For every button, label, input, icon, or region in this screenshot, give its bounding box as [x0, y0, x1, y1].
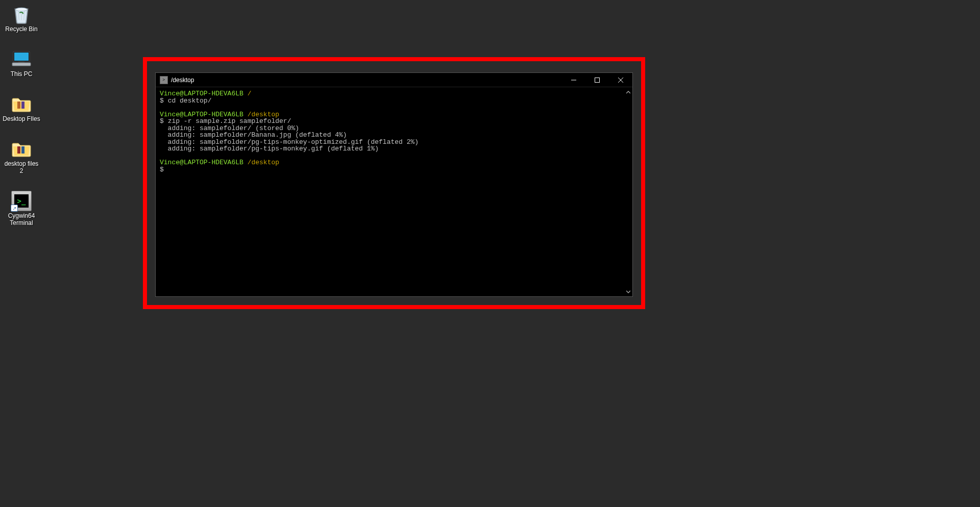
- svg-rect-9: [17, 146, 20, 154]
- shortcut-overlay-icon: ↗: [11, 205, 18, 212]
- prompt-path: /desktop: [248, 159, 279, 166]
- svg-point-0: [16, 8, 28, 11]
- maximize-button[interactable]: [585, 73, 609, 87]
- close-icon: [618, 78, 623, 83]
- annotation-highlight-box: > /desktop Vince@LAPTOP-HDEVA6LB / $ cd …: [143, 57, 645, 309]
- desktop-icon-desktop-files[interactable]: Desktop FIles: [2, 94, 41, 122]
- scroll-up-button[interactable]: [624, 88, 632, 96]
- svg-rect-11: [595, 78, 600, 82]
- minimize-icon: [571, 78, 576, 83]
- desktop-icon-desktop-files-2[interactable]: desktop files 2: [2, 139, 41, 174]
- terminal-output-area[interactable]: Vince@LAPTOP-HDEVA6LB / $ cd desktop/ Vi…: [156, 87, 624, 296]
- svg-rect-3: [14, 53, 29, 61]
- vertical-scrollbar[interactable]: [624, 87, 632, 296]
- desktop-icon-cygwin-terminal[interactable]: >_ ↗ Cygwin64 Terminal: [2, 191, 41, 226]
- svg-rect-7: [17, 102, 20, 109]
- folder-icon: [11, 94, 32, 114]
- desktop-icons-column: Recycle Bin This PC Desktop FIles: [2, 4, 41, 226]
- desktop-icon-label: Desktop FIles: [3, 115, 40, 122]
- desktop-icon-label: desktop files 2: [2, 160, 41, 174]
- terminal-output-line: adding: samplefolder/pg-tips-monkey.gif …: [160, 145, 379, 153]
- close-button[interactable]: [609, 73, 632, 87]
- maximize-icon: [595, 78, 600, 83]
- window-title: /desktop: [171, 77, 194, 84]
- desktop-icon-this-pc[interactable]: This PC: [2, 49, 41, 78]
- desktop-icon-label: Recycle Bin: [5, 26, 37, 33]
- cygwin-terminal-icon: >_ ↗: [11, 191, 32, 211]
- prompt-command: cd desktop/: [168, 97, 212, 105]
- terminal-window: > /desktop Vince@LAPTOP-HDEVA6LB / $ cd …: [155, 72, 633, 297]
- chevron-up-icon: [626, 91, 630, 94]
- svg-rect-5: [12, 63, 31, 66]
- recycle-bin-icon: [11, 4, 32, 24]
- svg-rect-8: [21, 102, 24, 109]
- scroll-down-button[interactable]: [624, 288, 632, 295]
- svg-rect-6: [18, 62, 24, 63]
- desktop-icon-label: Cygwin64 Terminal: [2, 212, 41, 226]
- folder-icon: [11, 139, 32, 159]
- prompt-path: /: [248, 90, 252, 97]
- prompt-userhost: Vince@LAPTOP-HDEVA6LB: [160, 159, 243, 166]
- minimize-button[interactable]: [562, 73, 585, 87]
- prompt-symbol: $: [160, 166, 164, 173]
- chevron-down-icon: [626, 290, 630, 293]
- desktop-icon-label: This PC: [11, 70, 33, 78]
- svg-rect-10: [21, 146, 24, 154]
- window-titlebar[interactable]: > /desktop: [156, 73, 632, 87]
- terminal-app-icon: >: [160, 76, 168, 84]
- prompt-symbol: $: [160, 97, 164, 105]
- this-pc-icon: [11, 49, 32, 69]
- desktop-icon-recycle-bin[interactable]: Recycle Bin: [2, 4, 41, 33]
